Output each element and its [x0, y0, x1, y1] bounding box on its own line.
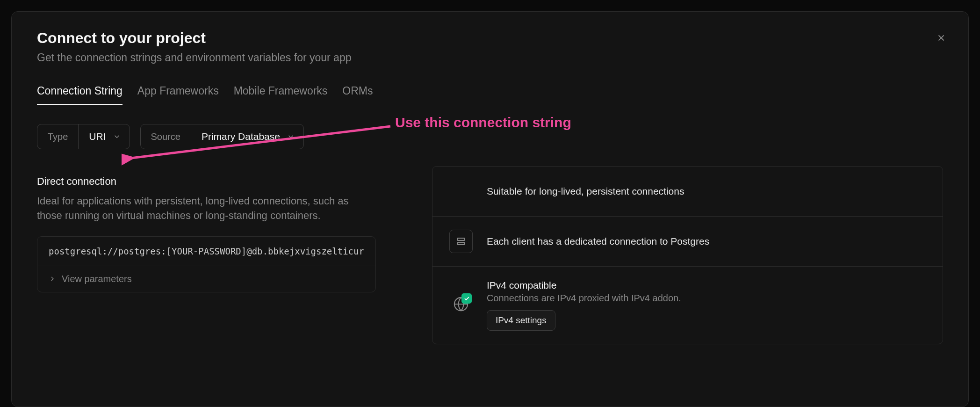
info-icon-slot	[449, 230, 473, 253]
info-row-text: Each client has a dedicated connection t…	[487, 236, 926, 247]
tab-connection-string[interactable]: Connection String	[37, 78, 122, 105]
right-column: Suitable for long-lived, persistent conn…	[432, 124, 943, 344]
view-parameters-label: View parameters	[62, 274, 132, 284]
info-row-dedicated: Each client has a dedicated connection t…	[432, 217, 943, 267]
type-value-text: URI	[89, 131, 106, 142]
source-selector: Source Primary Database	[140, 124, 304, 149]
chevron-down-icon	[287, 132, 295, 141]
info-row-text: Suitable for long-lived, persistent conn…	[487, 186, 926, 197]
connect-modal: Connect to your project Get the connecti…	[11, 11, 969, 407]
check-icon	[463, 295, 470, 302]
database-icon-box	[449, 230, 473, 253]
left-column: Type URI Source Primary Database Direct …	[37, 124, 376, 344]
info-row-ipv4: IPv4 compatible Connections are IPv4 pro…	[432, 267, 943, 344]
info-icon-slot	[449, 294, 473, 317]
info-card: Suitable for long-lived, persistent conn…	[432, 166, 943, 344]
direct-connection-title: Direct connection	[37, 175, 376, 188]
ipv4-subtitle: Connections are IPv4 proxied with IPv4 a…	[487, 293, 926, 304]
modal-header: Connect to your project Get the connecti…	[12, 12, 968, 64]
tab-mobile-frameworks[interactable]: Mobile Frameworks	[234, 78, 328, 105]
check-badge	[461, 293, 472, 304]
tab-app-frameworks[interactable]: App Frameworks	[137, 78, 219, 105]
modal-subtitle: Get the connection strings and environme…	[37, 51, 943, 64]
info-icon-slot	[449, 180, 473, 203]
chevron-right-icon	[49, 275, 56, 283]
selectors-row: Type URI Source Primary Database	[37, 124, 376, 149]
ipv4-title: IPv4 compatible	[487, 280, 926, 291]
type-selector-label: Type	[37, 124, 79, 149]
svg-rect-0	[457, 238, 465, 240]
type-selector: Type URI	[37, 124, 130, 149]
connection-string-value[interactable]: postgresql://postgres:[YOUR-PASSWORD]@db…	[37, 237, 375, 266]
database-icon	[455, 236, 467, 247]
modal-title: Connect to your project	[37, 29, 943, 47]
tabs-bar: Connection String App Frameworks Mobile …	[12, 78, 968, 105]
info-row-persistent: Suitable for long-lived, persistent conn…	[432, 167, 943, 217]
type-selector-value[interactable]: URI	[79, 124, 129, 149]
tab-orms[interactable]: ORMs	[342, 78, 373, 105]
svg-rect-1	[457, 242, 465, 245]
info-row-text: IPv4 compatible Connections are IPv4 pro…	[487, 280, 926, 331]
ipv4-settings-button[interactable]: IPv4 settings	[487, 310, 555, 331]
modal-content: Type URI Source Primary Database Direct …	[12, 105, 968, 363]
source-selector-value[interactable]: Primary Database	[191, 124, 303, 149]
direct-connection-desc: Ideal for applications with persistent, …	[37, 194, 364, 223]
view-parameters-toggle[interactable]: View parameters	[37, 266, 375, 292]
chevron-down-icon	[113, 132, 121, 141]
connection-string-box: postgresql://postgres:[YOUR-PASSWORD]@db…	[37, 236, 376, 292]
source-value-text: Primary Database	[202, 131, 280, 142]
globe-icon-wrap	[453, 296, 469, 314]
source-selector-label: Source	[141, 124, 191, 149]
